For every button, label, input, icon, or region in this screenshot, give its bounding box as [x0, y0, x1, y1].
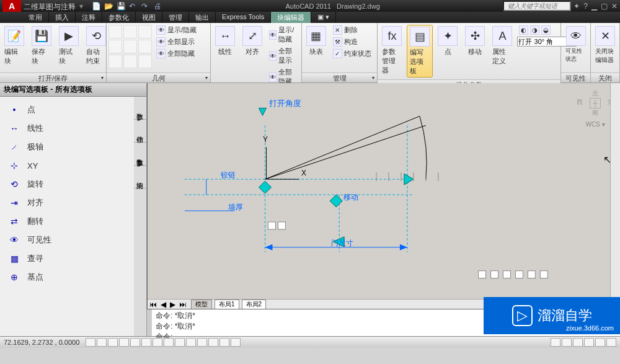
infocenter-icon[interactable]: ✦	[574, 2, 580, 11]
block-authoring-palette: 块编写选项板 - 所有选项板 •点 ↔线性 ⟋极轴 ⊹XY ⟲旋转 ⇥对齐 ⇄翻…	[0, 83, 147, 336]
tab-manage[interactable]: 管理	[162, 12, 189, 23]
layout-tab-layout2[interactable]: 布局2	[242, 300, 267, 309]
dim-show-all[interactable]: 👁全部显示	[267, 46, 299, 66]
param-alignment[interactable]: ⇥对齐	[6, 193, 128, 212]
show-hide-button[interactable]: 👁显示/隐藏	[154, 25, 198, 35]
svg-marker-14	[330, 195, 342, 207]
status-right-toggles[interactable]	[551, 338, 616, 347]
help-icon[interactable]: ?	[583, 2, 588, 11]
tab-nav-next[interactable]: ▶	[168, 300, 177, 309]
tab-express[interactable]: Express Tools	[216, 12, 271, 23]
block-table-button[interactable]: ▦块表	[304, 25, 329, 58]
tab-nav-first[interactable]: ⏮	[148, 300, 159, 309]
layout-tab-model[interactable]: 模型	[191, 300, 212, 309]
redo-icon[interactable]: ↷	[141, 2, 150, 11]
svg-rect-25	[268, 222, 275, 229]
palette-tab-parameters[interactable]: 参数	[134, 97, 146, 120]
status-toggles[interactable]	[86, 338, 241, 347]
tab-block-editor[interactable]: 块编辑器	[271, 12, 311, 23]
tab-insert[interactable]: 插入	[49, 12, 76, 23]
param-flip[interactable]: ⇄翻转	[6, 212, 128, 231]
drawing-canvas[interactable]: 打开角度 铰链 墙厚 移动 门尺寸 X Y 北 西┼东 南 WCS ▾ ↖ ⏮ …	[147, 83, 620, 309]
palette-title: 块编写选项板 - 所有选项板	[0, 83, 146, 97]
search-input[interactable]	[503, 1, 571, 11]
param-rotation[interactable]: ⟲旋转	[6, 175, 128, 193]
open-icon[interactable]: 📂	[104, 2, 113, 11]
svg-rect-30	[515, 271, 523, 278]
palette-tab-actions[interactable]: 动作	[134, 120, 146, 143]
move-action-button[interactable]: ✣移动	[463, 25, 487, 58]
watermark: ▷ 溜溜自学 zixue.3d66.com	[484, 297, 620, 334]
svg-rect-26	[278, 222, 285, 229]
scrollbar-vertical[interactable]	[610, 83, 620, 309]
svg-marker-8	[265, 244, 273, 251]
undo-icon[interactable]: ↶	[129, 2, 138, 11]
panel-open-save[interactable]: 打开/保存▾	[0, 73, 106, 82]
new-icon[interactable]: 📄	[92, 2, 100, 11]
edit-block-button[interactable]: 📝编辑块	[2, 25, 27, 67]
param-manager-button[interactable]: fx参数管理器	[379, 25, 404, 76]
palette-tab-parameter-sets[interactable]: 参数集	[134, 143, 146, 166]
ribbon: 📝编辑块 💾保存块 ▶测试块 ⟲自动约束 打开/保存▾ 👁显示/隐藏 👁全部显示…	[0, 23, 620, 83]
auto-constrain-button[interactable]: ⟲自动约束	[84, 25, 108, 67]
param-lookup[interactable]: ▦查寻	[6, 249, 128, 268]
save-block-button[interactable]: 💾保存块	[29, 25, 54, 67]
geom-constraints-grid[interactable]	[108, 25, 152, 68]
palette-tab-constraints[interactable]: 约束	[134, 166, 146, 189]
tab-view[interactable]: 视图	[136, 12, 162, 23]
workspace-dropdown[interactable]: 二维草图与注释	[24, 2, 76, 11]
tab-overflow[interactable]: ▣ ▾	[311, 12, 336, 23]
quick-access-toolbar: 二维草图与注释 ▾ 📄 📂 💾 ↶ ↷ 🖨	[24, 2, 162, 11]
linear-button[interactable]: ↔线性	[213, 25, 237, 58]
test-block-button[interactable]: ▶测试块	[56, 25, 81, 67]
param-linear[interactable]: ↔线性	[6, 119, 128, 138]
param-xy[interactable]: ⊹XY	[6, 156, 128, 175]
param-polar[interactable]: ⟋极轴	[6, 138, 128, 156]
panel-visibility[interactable]: 可见性	[561, 73, 590, 82]
construction-button[interactable]: ⚒构造	[331, 37, 373, 47]
svg-marker-16	[259, 108, 267, 115]
authoring-palette-button[interactable]: ▤编写选项板	[407, 25, 433, 78]
delete-button[interactable]: ✕删除	[331, 25, 373, 35]
label-door-size: 门尺寸	[331, 238, 353, 249]
close-block-editor-button[interactable]: ✕关闭块编辑器	[593, 25, 618, 66]
print-icon[interactable]: 🖨	[154, 2, 162, 11]
close-icon[interactable]: ✕	[611, 2, 618, 11]
app-logo[interactable]: A	[2, 0, 21, 12]
svg-rect-32	[540, 271, 547, 278]
minimize-icon[interactable]: ▁	[591, 2, 597, 11]
coordinates: 72.1629, 2.2732 , 0.0000	[4, 339, 79, 346]
panel-geometry[interactable]: 几何▾	[107, 73, 210, 82]
show-all-button[interactable]: 👁全部显示	[154, 37, 198, 47]
tab-nav-prev[interactable]: ◀	[159, 300, 168, 309]
title-bar: AutoCAD 2011 Drawing2.dwg	[165, 2, 500, 10]
svg-rect-28	[491, 271, 498, 278]
cmdline-handle[interactable]	[147, 309, 152, 336]
constraint-status-button[interactable]: ✓约束状态	[331, 48, 373, 59]
tab-nav-last[interactable]: ⏭	[177, 300, 188, 309]
save-icon[interactable]: 💾	[117, 2, 125, 11]
param-visibility[interactable]: 👁可见性	[6, 231, 128, 249]
svg-marker-13	[404, 174, 414, 185]
viewcube[interactable]: 北 西┼东 南 WCS ▾	[577, 89, 614, 139]
dim-show-hide[interactable]: 👁显示/隐藏	[267, 25, 299, 45]
hide-all-button[interactable]: 👁全部隐藏	[154, 48, 198, 59]
ribbon-tabs: 常用 插入 注释 参数化 视图 管理 输出 Express Tools 块编辑器…	[0, 12, 620, 23]
maximize-icon[interactable]: ▢	[601, 2, 608, 11]
tab-annotate[interactable]: 注释	[76, 12, 102, 23]
tab-output[interactable]: 输出	[189, 12, 216, 23]
layout-tab-layout1[interactable]: 布局1	[215, 300, 239, 309]
visibility-state-button[interactable]: 👁可见性状态	[563, 25, 588, 64]
panel-close: 关闭	[591, 73, 619, 82]
param-basepoint[interactable]: ⊕基点	[6, 268, 128, 286]
tab-home[interactable]: 常用	[22, 12, 49, 23]
param-point[interactable]: •点	[6, 100, 128, 119]
svg-rect-31	[528, 271, 535, 278]
tab-parametric[interactable]: 参数化	[102, 12, 136, 23]
panel-manage[interactable]: 管理▾	[302, 73, 378, 82]
label-wall: 墙厚	[228, 202, 243, 213]
point-param-button[interactable]: ✦点	[435, 25, 460, 58]
attribute-def-button[interactable]: A属性定义	[490, 25, 515, 67]
svg-marker-12	[259, 181, 272, 193]
aligned-button[interactable]: ⤢对齐	[240, 25, 265, 58]
